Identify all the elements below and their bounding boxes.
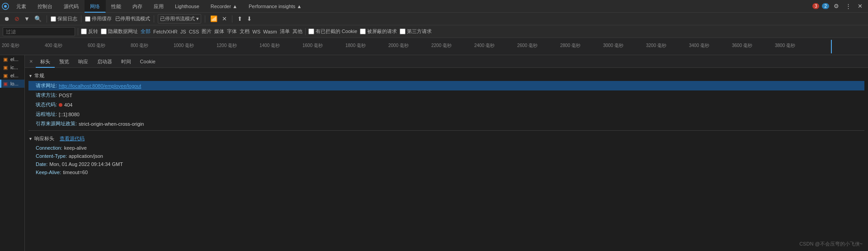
filter-hide-data[interactable]: 隐藏数据网址: [101, 28, 138, 35]
tab-network[interactable]: 网络: [85, 0, 106, 13]
detail-tab-preview[interactable]: 预览: [55, 55, 74, 68]
wifi-off-icon[interactable]: ✕: [221, 14, 228, 23]
disable-cache-checkbox[interactable]: [85, 16, 90, 22]
detail-tab-cookie[interactable]: Cookie: [136, 55, 160, 68]
file-item-1[interactable]: ▣ ic...: [0, 63, 24, 71]
preserve-log-label[interactable]: 保留日志: [51, 15, 77, 22]
filter-row: 反转 隐藏数据网址 全部 Fetch/XHR JS CSS 图片 媒体 字体 文…: [0, 25, 868, 38]
filter-wasm[interactable]: Wasm: [263, 29, 277, 34]
disable-cache-label[interactable]: 停用缓存: [85, 15, 112, 22]
tab-sources[interactable]: 源代码: [58, 0, 85, 13]
filter-fetch-xhr[interactable]: Fetch/XHR: [153, 29, 178, 34]
timeline-label-8: 1800 毫秒: [344, 43, 387, 51]
top-right-controls: 3 2 ⚙ ⋮ ✕: [812, 2, 864, 10]
request-method-row: 请求方法: POST: [28, 90, 864, 100]
filter-blocked[interactable]: 被屏蔽的请求: [360, 28, 397, 35]
detail-tab-initiator[interactable]: 启动器: [93, 55, 117, 68]
filter-css[interactable]: CSS: [189, 29, 199, 34]
detail-panel: × 标头 预览 响应 启动器 时间 Cookie ▼ 常规 请求网址: http…: [25, 55, 868, 251]
file-icon-0: ▣: [3, 57, 9, 62]
timeline-label-5: 1200 毫秒: [215, 43, 258, 51]
filter-font[interactable]: 字体: [227, 28, 237, 35]
tab-application[interactable]: 应用: [148, 0, 170, 13]
remote-address-key: 远程地址:: [36, 111, 57, 118]
intercepted-cookie-checkbox[interactable]: [308, 28, 314, 34]
file-list: ▣ el... ▣ ic... ▣ el... ▣ lo...: [0, 55, 25, 251]
timeline-label-11: 2400 毫秒: [472, 43, 515, 51]
download-icon[interactable]: ⬇: [245, 14, 253, 23]
blocked-checkbox[interactable]: [360, 28, 366, 34]
detail-close-button[interactable]: ×: [27, 58, 36, 65]
filter-img[interactable]: 图片: [202, 28, 212, 35]
filter-manifest[interactable]: 清单: [280, 28, 290, 35]
stop-icon[interactable]: ⊘: [13, 14, 21, 23]
timeline-label-3: 800 毫秒: [129, 43, 172, 51]
keep-alive-key: Keep-Alive:: [36, 170, 61, 175]
filter-ws[interactable]: WS: [252, 29, 260, 34]
sep2: [81, 15, 81, 23]
filter-third-party[interactable]: 第三方请求: [400, 28, 432, 35]
filter-sep: [78, 28, 78, 35]
filter-doc[interactable]: 文档: [240, 28, 250, 35]
more-icon[interactable]: ⋮: [844, 2, 853, 10]
file-label-2: el...: [10, 73, 19, 78]
filter-input[interactable]: [3, 27, 75, 36]
search-icon[interactable]: 🔍: [33, 14, 43, 23]
close-panel-icon[interactable]: ✕: [856, 2, 864, 10]
invert-checkbox[interactable]: [81, 28, 87, 34]
source-link[interactable]: 查看源代码: [60, 135, 85, 142]
filter-icon[interactable]: ▼: [23, 14, 31, 23]
tab-lighthouse[interactable]: Lighthouse: [170, 0, 205, 13]
file-label-0: el...: [10, 57, 19, 62]
tab-recorder[interactable]: Recorder ▲: [205, 0, 243, 13]
wifi-icon: 📶: [209, 14, 219, 23]
status-code-key: 状态代码:: [36, 101, 57, 108]
tab-performance[interactable]: 性能: [106, 0, 127, 13]
file-item-3[interactable]: ▣ lo...: [0, 80, 24, 88]
connection-key: Connection:: [36, 145, 62, 151]
file-icon-1: ▣: [3, 65, 9, 70]
response-section-title: 响应标头: [34, 135, 54, 142]
timeline-bar[interactable]: 200 毫秒 400 毫秒 600 毫秒 800 毫秒 1000 毫秒 1200…: [0, 38, 868, 55]
timeline-marker: [831, 40, 832, 53]
detail-tab-headers[interactable]: 标头: [36, 55, 55, 68]
tab-elements[interactable]: 元素: [11, 0, 32, 13]
settings-icon[interactable]: ⚙: [832, 2, 841, 10]
filter-intercepted-cookie[interactable]: 有已拦截的 Cookie: [308, 28, 357, 35]
file-item-2[interactable]: ▣ el...: [0, 71, 24, 80]
record-icon[interactable]: ⏺: [3, 14, 11, 23]
upload-icon[interactable]: ⬆: [236, 14, 244, 23]
timeline-label-16: 3400 毫秒: [687, 43, 730, 51]
throttle-dropdown[interactable]: 已停用书流模式 ▾: [158, 14, 201, 24]
general-section-header[interactable]: ▼ 常规: [28, 70, 864, 81]
status-dot-icon: [59, 103, 62, 107]
tab-performance-insights[interactable]: Performance insights ▲: [243, 0, 307, 13]
timeline-labels: 200 毫秒 400 毫秒 600 毫秒 800 毫秒 1000 毫秒 1200…: [0, 38, 868, 55]
content-type-key: Content-Type:: [36, 153, 67, 159]
response-section-header[interactable]: ▼ 响应标头 查看源代码: [28, 133, 864, 144]
filter-media[interactable]: 媒体: [214, 28, 224, 35]
filter-invert[interactable]: 反转: [81, 28, 98, 35]
svg-point-1: [4, 5, 7, 8]
status-code-row: 状态代码: 404: [28, 100, 864, 109]
sep3: [154, 15, 154, 23]
timeline-label-17: 3600 毫秒: [730, 43, 773, 51]
timeline-label-10: 2200 毫秒: [429, 43, 472, 51]
third-party-checkbox[interactable]: [400, 28, 406, 34]
filter-all[interactable]: 全部: [141, 28, 151, 35]
sep1: [47, 15, 47, 23]
file-item-0[interactable]: ▣ el...: [0, 55, 24, 63]
filter-js[interactable]: JS: [180, 29, 186, 34]
detail-tab-response[interactable]: 响应: [74, 55, 93, 68]
filter-other[interactable]: 其他: [292, 28, 302, 35]
preserve-log-checkbox[interactable]: [51, 16, 56, 22]
tab-memory[interactable]: 内存: [127, 0, 148, 13]
tab-console[interactable]: 控制台: [32, 0, 58, 13]
keep-alive-value: timeout=60: [63, 170, 88, 175]
request-method-value: POST: [59, 93, 72, 98]
hide-data-checkbox[interactable]: [101, 28, 107, 34]
request-url-value[interactable]: http://localhost:8080/employee/logout: [59, 83, 141, 89]
devtools-logo: [2, 3, 9, 10]
date-row: Date: Mon, 01 Aug 2022 09:14:34 GMT: [28, 160, 864, 168]
detail-tab-timing[interactable]: 时间: [117, 55, 136, 68]
